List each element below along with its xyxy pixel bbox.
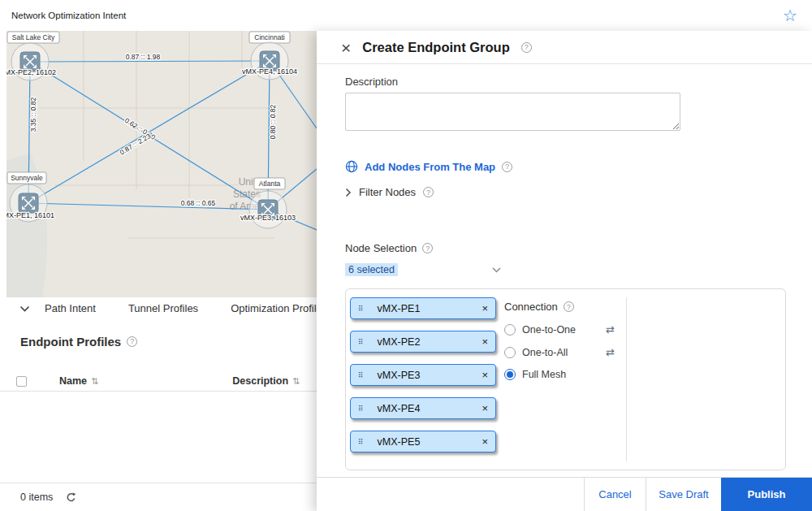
help-icon[interactable]: ?: [502, 162, 512, 172]
top-bar: Network Optimization Intent ☆: [0, 0, 812, 31]
add-nodes-from-map-link[interactable]: Add Nodes From The Map: [365, 161, 495, 173]
selected-nodes-list: ⠿ vMX-PE1 × ⠿ vMX-PE2 × ⠿ vMX-PE3 ×: [346, 289, 504, 470]
svg-text:3.35 :: 0.82: 3.35 :: 0.82: [29, 97, 37, 132]
city-label-salt-lake-city: Salt Lake City: [7, 32, 59, 43]
node-selection-dropdown[interactable]: 6 selected: [345, 262, 501, 277]
radio-full-mesh[interactable]: Full Mesh: [504, 369, 615, 380]
radio-one-to-one[interactable]: One-to-One ⇄: [504, 323, 615, 336]
publish-button[interactable]: Publish: [721, 478, 812, 511]
filter-nodes-expander[interactable]: Filter Nodes ?: [345, 186, 784, 198]
tab-optimization-profiles[interactable]: Optimization Profiles: [231, 302, 317, 314]
chevron-right-icon: [345, 188, 352, 197]
radio-icon[interactable]: [504, 324, 516, 336]
swap-arrows-icon: ⇄: [606, 323, 615, 336]
cancel-button[interactable]: Cancel: [584, 478, 646, 511]
help-icon[interactable]: ?: [422, 243, 433, 253]
svg-text:vMX-PE1, 16101: vMX-PE1, 16101: [6, 211, 54, 219]
city-label-atlanta: Atlanta: [254, 178, 285, 189]
sort-icon[interactable]: ⇅: [292, 376, 300, 387]
connection-label-row: Connection ?: [504, 301, 626, 313]
drawer-header: × Create Endpoint Group ?: [317, 31, 812, 64]
drag-handle-icon[interactable]: ⠿: [358, 338, 363, 346]
description-input[interactable]: [345, 93, 680, 131]
items-count: 0 items: [20, 492, 53, 503]
node-chip-vmx-pe1[interactable]: ⠿ vMX-PE1 ×: [350, 297, 496, 319]
radio-icon-selected[interactable]: [504, 369, 516, 380]
remove-chip-icon[interactable]: ×: [482, 370, 488, 380]
column-header-name[interactable]: Name ⇅: [59, 375, 98, 387]
remove-chip-icon[interactable]: ×: [482, 303, 488, 314]
card-vertical-divider: [626, 297, 627, 461]
remove-chip-icon[interactable]: ×: [482, 336, 488, 347]
topology-map[interactable]: United States of America: [6, 31, 317, 297]
connection-label: Connection: [504, 301, 558, 313]
radio-one-to-all[interactable]: One-to-All ⇄: [504, 346, 615, 358]
filter-nodes-label: Filter Nodes: [359, 186, 416, 198]
help-icon[interactable]: ?: [127, 336, 137, 347]
collapse-chevron-down-icon[interactable]: [19, 305, 30, 312]
page-title: Network Optimization Intent: [11, 11, 126, 20]
tab-path-intent[interactable]: Path Intent: [45, 302, 96, 314]
radio-icon[interactable]: [504, 347, 516, 358]
svg-text:Atlanta: Atlanta: [259, 180, 281, 188]
globe-icon: [345, 160, 358, 173]
help-icon[interactable]: ?: [564, 301, 574, 312]
selected-count-value: 6 selected: [345, 263, 398, 276]
drag-handle-icon[interactable]: ⠿: [358, 405, 363, 413]
node-chip-vmx-pe4[interactable]: ⠿ vMX-PE4 ×: [350, 397, 496, 419]
city-label-cincinnati: Cincinnati: [249, 32, 290, 43]
node-selection-label: Node Selection: [345, 242, 417, 254]
help-icon[interactable]: ?: [521, 42, 532, 53]
description-label: Description: [345, 76, 784, 88]
node-chip-vmx-pe3[interactable]: ⠿ vMX-PE3 ×: [350, 364, 496, 386]
remove-chip-icon[interactable]: ×: [482, 403, 488, 414]
endpoint-profiles-title: Endpoint Profiles: [20, 335, 121, 349]
select-all-checkbox[interactable]: [16, 376, 27, 387]
app-root: Network Optimization Intent ☆ United Sta…: [0, 0, 812, 511]
save-draft-button[interactable]: Save Draft: [646, 478, 721, 511]
help-icon[interactable]: ?: [423, 187, 434, 197]
sort-icon[interactable]: ⇅: [91, 376, 98, 387]
left-tab-bar: Path Intent Tunnel Profiles Optimization…: [0, 297, 317, 319]
svg-text:0.87 :: 1.98: 0.87 :: 1.98: [126, 53, 161, 61]
chevron-down-icon: [492, 267, 501, 273]
svg-text:0.68 :: 0.65: 0.68 :: 0.65: [181, 199, 216, 207]
svg-text:Cincinnati: Cincinnati: [254, 33, 284, 41]
endpoint-profiles-heading: Endpoint Profiles ?: [20, 332, 317, 350]
node-selection-row: Node Selection ?: [345, 242, 784, 254]
main-area: United States of America: [0, 31, 812, 511]
node-chip-vmx-pe5[interactable]: ⠿ vMX-PE5 ×: [350, 431, 496, 453]
profiles-table-header: Name ⇅ Description ⇅: [0, 371, 317, 391]
selection-card: ⠿ vMX-PE1 × ⠿ vMX-PE2 × ⠿ vMX-PE3 ×: [345, 288, 786, 470]
table-empty-area: [0, 392, 317, 483]
swap-arrows-icon: ⇄: [606, 346, 615, 358]
drawer-title: Create Endpoint Group: [362, 40, 510, 55]
city-label-sunnyvale: Sunnyvale: [7, 172, 46, 184]
drag-handle-icon[interactable]: ⠿: [358, 438, 363, 446]
svg-text:vMX-PE4, 16104: vMX-PE4, 16104: [242, 67, 297, 76]
close-icon[interactable]: ×: [341, 39, 351, 56]
connection-options: Connection ? One-to-One ⇄ One-to-All ⇄: [504, 289, 626, 470]
table-footer: 0 items: [0, 483, 317, 511]
refresh-icon[interactable]: [66, 492, 76, 503]
svg-text:Sunnyvale: Sunnyvale: [11, 174, 43, 182]
svg-text:0.80 :: 0.82: 0.80 :: 0.82: [269, 104, 277, 139]
svg-text:vMX-PE3, 16103: vMX-PE3, 16103: [240, 214, 296, 222]
left-pane: United States of America: [0, 31, 317, 511]
node-chip-vmx-pe2[interactable]: ⠿ vMX-PE2 ×: [350, 331, 496, 353]
svg-text:Salt Lake City: Salt Lake City: [12, 33, 55, 41]
column-header-description[interactable]: Description ⇅: [232, 375, 300, 387]
drawer-footer: Cancel Save Draft Publish: [317, 477, 812, 511]
favorite-star-icon[interactable]: ☆: [783, 7, 797, 24]
svg-text:vMX-PE2, 16102: vMX-PE2, 16102: [6, 68, 56, 76]
add-nodes-row: Add Nodes From The Map ?: [345, 160, 784, 173]
remove-chip-icon[interactable]: ×: [482, 436, 488, 447]
drag-handle-icon[interactable]: ⠿: [358, 371, 363, 379]
topology-map-canvas[interactable]: United States of America: [6, 31, 317, 297]
map-node-vmx-pe3[interactable]: [249, 191, 287, 228]
create-endpoint-group-drawer: × Create Endpoint Group ? Description Ad…: [317, 31, 812, 511]
drag-handle-icon[interactable]: ⠿: [358, 305, 363, 313]
tab-tunnel-profiles[interactable]: Tunnel Profiles: [128, 302, 198, 314]
drawer-body: Description Add Nodes From The Map ?: [317, 64, 812, 477]
